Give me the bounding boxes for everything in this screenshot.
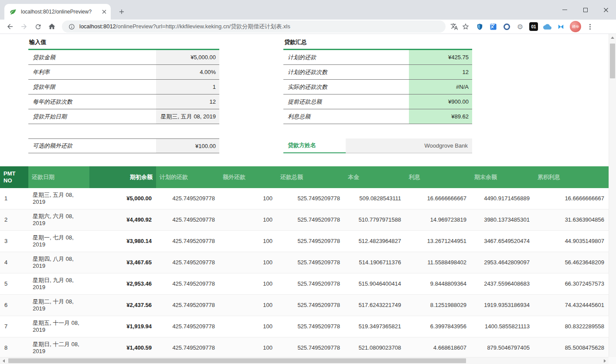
end-balance-cell[interactable]: 3467.6549520474 <box>471 231 534 252</box>
cumulative-interest-cell[interactable]: 56.4623648209 <box>534 252 609 273</box>
pmt-no-cell[interactable]: 3 <box>0 231 28 252</box>
summary-value[interactable]: 12 <box>409 65 472 79</box>
pmt-no-cell[interactable]: 1 <box>0 188 28 209</box>
ext-translate-icon[interactable] <box>489 22 497 31</box>
principal-cell[interactable]: 517.6243221749 <box>344 295 405 316</box>
scheduled-payment-cell[interactable]: 425.7495209778 <box>156 273 219 295</box>
ext-shield-icon[interactable] <box>475 22 484 31</box>
extra-payment-cell[interactable]: 100 <box>219 188 277 209</box>
end-balance-cell[interactable]: 4490.9171456889 <box>471 188 534 209</box>
end-balance-cell[interactable]: 1400.5855821113 <box>471 316 534 337</box>
total-payment-cell[interactable]: 525.7495209778 <box>277 252 344 273</box>
extra-payment-cell[interactable]: 100 <box>219 337 277 357</box>
date-cell[interactable]: 星期一, 七月 08, 2019 <box>28 231 89 252</box>
total-payment-cell[interactable]: 525.7495209778 <box>277 231 344 252</box>
interest-cell[interactable]: 4.668618607 <box>405 337 471 357</box>
input-value[interactable]: 星期三, 五月 08, 2019 <box>156 109 219 124</box>
scroll-up-button[interactable] <box>609 34 616 41</box>
tab-close-icon[interactable] <box>102 10 106 14</box>
begin-balance-cell[interactable]: ¥2,953.46 <box>89 273 156 295</box>
new-tab-button[interactable] <box>116 6 127 17</box>
input-value[interactable]: 1 <box>156 80 219 94</box>
total-payment-cell[interactable]: 525.7495209778 <box>277 209 344 231</box>
total-payment-cell[interactable]: 525.7495209778 <box>277 273 344 295</box>
scheduled-payment-cell[interactable]: 425.7495209778 <box>156 252 219 273</box>
date-cell[interactable]: 星期日, 十二月 08, 2019 <box>28 337 89 357</box>
cumulative-interest-cell[interactable]: 44.9035149807 <box>534 231 609 252</box>
extra-payment-cell[interactable]: 100 <box>219 273 277 295</box>
interest-cell[interactable]: 8.1251988029 <box>405 295 471 316</box>
pmt-no-cell[interactable]: 7 <box>0 316 28 337</box>
interest-cell[interactable]: 6.3997843956 <box>405 316 471 337</box>
scroll-left-button[interactable] <box>0 357 7 364</box>
principal-cell[interactable]: 512.4823964827 <box>344 231 405 252</box>
window-minimize-button[interactable] <box>555 0 575 20</box>
page-info-icon[interactable] <box>67 22 76 31</box>
end-balance-cell[interactable]: 3980.1373485301 <box>471 209 534 231</box>
summary-value[interactable]: ¥89.62 <box>409 109 472 124</box>
principal-cell[interactable]: 514.1906711376 <box>344 252 405 273</box>
home-button[interactable] <box>46 21 58 32</box>
interest-cell[interactable]: 9.8448809364 <box>405 273 471 295</box>
scheduled-payment-cell[interactable]: 425.7495209778 <box>156 316 219 337</box>
cumulative-interest-cell[interactable]: 31.6363904856 <box>534 209 609 231</box>
translate-page-icon[interactable] <box>450 22 459 31</box>
total-payment-cell[interactable]: 525.7495209778 <box>277 188 344 209</box>
window-close-button[interactable] <box>596 0 616 20</box>
bookmark-star-icon[interactable] <box>461 22 470 31</box>
principal-cell[interactable]: 509.0828543111 <box>344 188 405 209</box>
date-cell[interactable]: 星期日, 九月 08, 2019 <box>28 273 89 295</box>
lender-value[interactable]: Woodgrove Bank <box>346 138 472 153</box>
pmt-no-cell[interactable]: 8 <box>0 337 28 357</box>
total-payment-cell[interactable]: 525.7495209778 <box>277 337 344 357</box>
pmt-no-cell[interactable]: 4 <box>0 252 28 273</box>
pmt-no-cell[interactable]: 5 <box>0 273 28 295</box>
interest-cell[interactable]: 14.969723819 <box>405 209 471 231</box>
pmt-no-cell[interactable]: 6 <box>0 295 28 316</box>
address-bar[interactable]: localhost:8012/onlinePreview?url=http://… <box>62 20 446 33</box>
begin-balance-cell[interactable]: ¥3,980.14 <box>89 231 156 252</box>
cumulative-interest-cell[interactable]: 66.3072457573 <box>534 273 609 295</box>
begin-balance-cell[interactable]: ¥2,437.56 <box>89 295 156 316</box>
extra-payment-cell[interactable]: 100 <box>219 209 277 231</box>
date-cell[interactable]: 星期五, 十一月 08, 2019 <box>28 316 89 337</box>
cumulative-interest-cell[interactable]: 80.8322289558 <box>534 316 609 337</box>
pmt-no-cell[interactable]: 2 <box>0 209 28 231</box>
summary-value[interactable]: ¥900.00 <box>409 94 472 109</box>
profile-avatar[interactable]: 精华 <box>570 21 581 32</box>
ext-ring-icon[interactable] <box>502 22 511 31</box>
total-payment-cell[interactable]: 525.7495209778 <box>277 316 344 337</box>
forward-button[interactable] <box>18 21 30 32</box>
scheduled-payment-cell[interactable]: 425.7495209778 <box>156 337 219 357</box>
extra-payment-cell[interactable]: 100 <box>219 295 277 316</box>
scroll-right-button[interactable] <box>601 357 609 364</box>
total-payment-cell[interactable]: 525.7495209778 <box>277 295 344 316</box>
date-cell[interactable]: 星期三, 五月 08, 2019 <box>28 188 89 209</box>
principal-cell[interactable]: 515.9046400414 <box>344 273 405 295</box>
scheduled-payment-cell[interactable]: 425.7495209778 <box>156 231 219 252</box>
browser-menu-icon[interactable] <box>586 24 594 30</box>
begin-balance-cell[interactable]: ¥5,000.00 <box>89 188 156 209</box>
summary-value[interactable]: ¥425.75 <box>409 50 472 64</box>
input-value[interactable]: 12 <box>156 94 219 109</box>
extra-payment-cell[interactable]: 100 <box>219 231 277 252</box>
date-cell[interactable]: 星期六, 六月 08, 2019 <box>28 209 89 231</box>
begin-balance-cell[interactable]: ¥3,467.65 <box>89 252 156 273</box>
ext-cloud-icon[interactable] <box>543 22 551 31</box>
window-maximize-button[interactable] <box>575 0 596 20</box>
ext-butterfly-icon[interactable] <box>556 22 565 31</box>
extra-payment-cell[interactable]: 100 <box>219 316 277 337</box>
date-cell[interactable]: 星期二, 十月 08, 2019 <box>28 295 89 316</box>
interest-cell[interactable]: 16.6666666667 <box>405 188 471 209</box>
summary-value[interactable]: #N/A <box>409 80 472 94</box>
horizontal-scrollbar[interactable] <box>0 357 609 364</box>
scheduled-payment-cell[interactable]: 425.7495209778 <box>156 295 219 316</box>
horizontal-scroll-thumb[interactable] <box>8 358 466 363</box>
end-balance-cell[interactable]: 879.5046797405 <box>471 337 534 357</box>
input-value[interactable]: ¥5,000.00 <box>156 50 219 64</box>
date-cell[interactable]: 星期四, 八月 08, 2019 <box>28 252 89 273</box>
end-balance-cell[interactable]: 1919.9353186934 <box>471 295 534 316</box>
extra-payment-cell[interactable]: 100 <box>219 252 277 273</box>
cumulative-interest-cell[interactable]: 74.4324445601 <box>534 295 609 316</box>
begin-balance-cell[interactable]: ¥1,919.94 <box>89 316 156 337</box>
